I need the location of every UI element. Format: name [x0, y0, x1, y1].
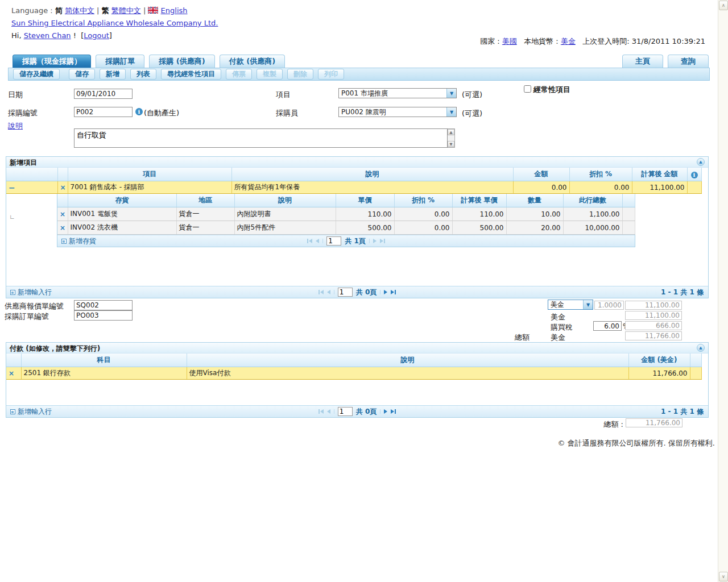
country-link[interactable]: 美國 — [502, 37, 517, 45]
payment-account-cell: 2501 銀行存款 — [21, 367, 187, 380]
add-input-row-link[interactable]: 新增輸入行 — [10, 288, 52, 297]
user-link[interactable]: Steven Chan — [24, 31, 71, 40]
payment-col-account: 科目 — [21, 354, 187, 367]
add-stock-link[interactable]: 新增存貨 — [61, 236, 96, 246]
payment-amount-cell: 11,766.00 — [628, 367, 690, 380]
stock-page-input[interactable] — [326, 236, 341, 246]
payment-row[interactable]: × 2501 銀行存款 使用Visa付款 11,766.00 — [6, 367, 701, 380]
date-label: 日期 — [8, 90, 23, 100]
items-page-input[interactable] — [338, 288, 353, 297]
items-record-count: 1 - 1 共 1 條 — [661, 288, 704, 297]
stock-cell: INV001 電飯煲 — [68, 207, 176, 221]
payment-col-amount: 金額 (美金) — [628, 354, 690, 367]
scroll-up-icon[interactable]: ∧ — [719, 1, 728, 10]
lang-english-link[interactable]: English — [161, 6, 188, 15]
purchase-no-input[interactable] — [74, 107, 133, 117]
list-button[interactable]: 列表 — [130, 69, 156, 80]
logout-link[interactable]: Logout — [84, 31, 109, 40]
language-bar: Language : 简 简体中文 | 繁 繁體中文 | English — [11, 6, 188, 16]
spinner-up-icon[interactable]: ▲ — [448, 129, 454, 135]
payment-collapse-icon[interactable]: ▲ — [697, 344, 705, 352]
purchase-tax-label: 購買稅 — [551, 322, 573, 332]
payment-col-desc: 說明 — [187, 354, 628, 367]
purchaser-select[interactable]: PU002 陳震明 ▼ — [338, 107, 457, 117]
currency-select-value: 美金 — [548, 300, 583, 310]
date-input[interactable] — [74, 89, 133, 99]
item-discount-cell: 0.00 — [569, 181, 632, 194]
stock-row[interactable]: × INV002 洗衣機 貨倉一 內附5件配件 500.00 0.00 500.… — [57, 221, 635, 235]
currency-dropdown-icon[interactable]: ▼ — [583, 300, 593, 309]
lang-traditional-link[interactable]: 繁體中文 — [111, 6, 141, 15]
session-meta: 國家 : 美國 本地貨幣 : 美金 上次登入時間: 31/8/2011 10:3… — [480, 36, 705, 47]
payment-table: 科目 說明 金額 (美金) × 2501 銀行存款 使用Visa付款 11,76… — [6, 354, 702, 380]
add-stock-icon — [61, 239, 67, 244]
save-button[interactable]: 儲存 — [69, 69, 95, 80]
row-collapse-icon[interactable]: − — [9, 183, 15, 192]
spinner-down-icon[interactable]: ▼ — [448, 141, 454, 147]
last-login-value: 31/8/2011 10:39:21 — [632, 37, 705, 45]
project-select[interactable]: P001 市場推廣 ▼ — [338, 88, 457, 98]
simplified-short: 简 — [55, 6, 63, 15]
remark-link[interactable]: 說明 — [8, 121, 23, 131]
next-page-icon[interactable] — [384, 290, 387, 294]
tab-purchase-order[interactable]: 採購訂單 — [96, 55, 144, 68]
delete-stock-icon[interactable]: × — [60, 224, 65, 232]
remark-textarea[interactable]: 自行取貨 — [74, 128, 448, 148]
find-recurring-button[interactable]: 尋找經常性項目 — [161, 69, 221, 80]
greeting-prefix: Hi, — [11, 31, 22, 40]
items-row[interactable]: − × 7001 銷售成本 - 採購部 所有貨品均有1年保養 0.00 0.00… — [6, 181, 701, 194]
payment-panel: 付款 (如修改，請雙擊下列行) ▲ 科目 說明 金額 (美金) × 2501 銀… — [6, 342, 709, 418]
last-page-icon[interactable] — [391, 290, 396, 294]
po-input[interactable] — [74, 310, 133, 321]
local-amount-input — [625, 311, 682, 320]
stock-discount-cell: 0.00 — [394, 207, 452, 221]
add-row-label: 新增輸入行 — [18, 288, 52, 297]
foreign-amount-input — [625, 301, 682, 310]
items-header-row: 項目 說明 金額 折扣 % 計算後 金額 i — [6, 168, 701, 181]
qty-cell: 10.00 — [506, 207, 563, 221]
recurring-checkbox[interactable] — [524, 85, 531, 93]
items-header-info-icon: i — [691, 172, 698, 178]
items-col-amount: 金額 — [513, 168, 569, 181]
last-page-icon[interactable] — [391, 409, 396, 414]
project-dropdown-icon[interactable]: ▼ — [446, 89, 456, 98]
tab-purchase-cash[interactable]: 採購（現金採購） — [13, 55, 91, 68]
items-panel: 新增項目 ▲ 項目 說明 金額 折扣 % 計算後 金額 i − × 7001 銷… — [6, 156, 709, 298]
delete-stock-icon[interactable]: × — [60, 210, 65, 218]
prev-page-icon — [327, 290, 330, 294]
tab-home[interactable]: 主頁 — [622, 55, 663, 68]
tab-purchase-supplier[interactable]: 採購 (供應商) — [149, 55, 214, 68]
payment-page-total: 共 0頁 — [356, 407, 377, 417]
add-payment-row-link[interactable]: 新增輸入行 — [10, 407, 52, 417]
new-button[interactable]: 新增 — [100, 69, 126, 80]
local-currency-link[interactable]: 美金 — [561, 37, 576, 45]
items-collapse-icon[interactable]: ▲ — [697, 158, 705, 166]
tab-query[interactable]: 查詢 — [668, 55, 709, 68]
payment-pager: 共 0頁 — [315, 407, 400, 417]
company-link[interactable]: Sun Shing Electrical Appliance Wholesale… — [11, 19, 218, 27]
next-page-icon[interactable] — [384, 409, 387, 414]
stock-col-calc-unit-price: 計算後 單價 — [452, 194, 506, 207]
stock-discount-cell: 0.00 — [394, 221, 452, 235]
toolbar: 儲存及繼續 儲存 新增 列表 尋找經常性項目 傳票 複製 刪除 列印 — [8, 68, 710, 81]
vertical-scrollbar[interactable]: ∧ ∨ — [718, 0, 728, 582]
lang-simplified-link[interactable]: 简体中文 — [65, 6, 94, 15]
line-total-cell: 10,000.00 — [563, 221, 622, 235]
delete-row-icon[interactable]: × — [60, 184, 66, 192]
payment-page-input[interactable] — [338, 407, 353, 416]
scroll-down-icon[interactable]: ∨ — [719, 572, 728, 581]
payment-record-count: 1 - 1 共 1 條 — [661, 407, 704, 417]
purchaser-dropdown-icon[interactable]: ▼ — [446, 107, 456, 117]
stock-row[interactable]: × INV001 電飯煲 貨倉一 內附說明書 110.00 0.00 110.0… — [57, 207, 635, 221]
currency-select[interactable]: 美金 ▼ — [548, 300, 593, 310]
copyright: © 會計通服務有限公司版權所有. 保留所有權利. — [557, 438, 715, 448]
items-grid-footer: 新增輸入行 共 0頁 1 - 1 共 1 條 — [6, 286, 708, 298]
supplier-quote-input[interactable] — [74, 300, 133, 310]
info-icon: i — [135, 108, 143, 115]
tab-payment-supplier[interactable]: 付款 (供應商) — [220, 55, 285, 68]
delete-payment-icon[interactable]: × — [9, 369, 14, 377]
tax-rate-input[interactable] — [593, 321, 622, 331]
save-and-continue-button[interactable]: 儲存及繼續 — [13, 69, 60, 80]
items-col-item: 項目 — [68, 168, 231, 181]
first-page-icon — [307, 239, 312, 243]
